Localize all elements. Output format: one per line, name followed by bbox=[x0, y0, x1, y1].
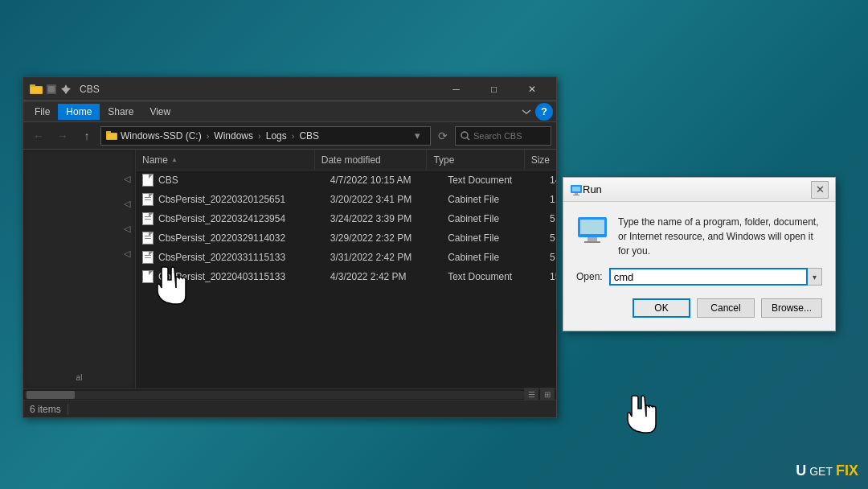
file-date-cell: 3/24/2022 3:39 PM bbox=[324, 213, 441, 224]
search-icon bbox=[461, 131, 470, 141]
sort-arrow: ▲ bbox=[171, 156, 178, 163]
table-row[interactable]: CbsPersist_20220324123954 3/24/2022 3:39… bbox=[136, 209, 556, 228]
scroll-track[interactable] bbox=[25, 391, 524, 399]
run-input[interactable] bbox=[609, 268, 808, 286]
file-type-cell: Cabinet File bbox=[441, 252, 543, 263]
up-button[interactable]: ↑ bbox=[76, 125, 97, 146]
file-size-cell: 14,2 bbox=[543, 175, 556, 186]
sidebar: ◁ ◁ ◁ ◁ al bbox=[23, 150, 136, 388]
scroll-bar-area: ☰ ⊞ bbox=[23, 388, 556, 400]
run-cancel-button[interactable]: Cancel bbox=[697, 298, 755, 318]
file-size-cell: 1,4 bbox=[543, 194, 556, 205]
col-header-date[interactable]: Date modified bbox=[315, 150, 428, 170]
status-divider bbox=[68, 404, 68, 415]
run-ok-button[interactable]: OK bbox=[633, 298, 690, 318]
run-description: Type the name of a program, folder, docu… bbox=[618, 215, 822, 258]
svg-rect-12 bbox=[575, 193, 578, 195]
run-title-text: Run bbox=[583, 183, 811, 195]
file-size-cell: 5 bbox=[543, 232, 556, 244]
pin-icon bbox=[60, 84, 72, 95]
file-type-cell: Cabinet File bbox=[441, 213, 543, 224]
run-computer-icon bbox=[576, 215, 608, 247]
watermark-get: GET bbox=[809, 465, 833, 478]
run-dropdown-button[interactable]: ▾ bbox=[808, 268, 822, 286]
help-button[interactable]: ? bbox=[535, 103, 553, 121]
table-row[interactable]: CbsPersist_20220403115133 4/3/2022 2:42 … bbox=[136, 267, 556, 286]
svg-rect-7 bbox=[107, 134, 117, 139]
search-box[interactable] bbox=[455, 126, 551, 146]
svg-rect-17 bbox=[584, 241, 600, 243]
back-button[interactable]: ← bbox=[28, 125, 49, 146]
file-size-cell: 5 bbox=[543, 252, 556, 263]
run-close-button[interactable]: ✕ bbox=[811, 181, 829, 199]
doc-icon bbox=[142, 174, 154, 187]
cab-icon bbox=[142, 212, 154, 225]
cab-icon bbox=[142, 232, 154, 244]
table-row[interactable]: CBS 4/7/2022 10:15 AM Text Document 14,2 bbox=[136, 171, 556, 190]
address-bar[interactable]: Windows-SSD (C:) › Windows › Logs › CBS … bbox=[100, 126, 431, 146]
svg-rect-2 bbox=[31, 87, 42, 93]
file-name-cell: CbsPersist_20220329114032 bbox=[136, 232, 324, 244]
svg-line-9 bbox=[467, 138, 469, 140]
window-controls: ─ □ ✕ bbox=[438, 80, 550, 98]
run-title-icon bbox=[570, 183, 583, 196]
toolbar: ← → ↑ Windows-SSD (C:) › Windows › Logs … bbox=[23, 122, 556, 150]
file-date-cell: 3/29/2022 2:32 PM bbox=[324, 232, 441, 244]
svg-rect-15 bbox=[580, 220, 604, 234]
refresh-button[interactable]: ⟳ bbox=[434, 127, 452, 145]
table-row[interactable]: CbsPersist_20220329114032 3/29/2022 2:32… bbox=[136, 228, 556, 248]
file-name-cell: CbsPersist_20220320125651 bbox=[136, 193, 324, 206]
menu-home[interactable]: Home bbox=[58, 104, 100, 120]
file-name: CbsPersist_20220331115133 bbox=[158, 252, 285, 263]
file-name: CbsPersist_20220403115133 bbox=[158, 271, 285, 282]
sidebar-label: al bbox=[76, 373, 83, 382]
status-bar: 6 items bbox=[23, 400, 556, 417]
col-header-size[interactable]: Size bbox=[525, 150, 556, 170]
table-row[interactable]: CbsPersist_20220331115133 3/31/2022 2:42… bbox=[136, 248, 556, 267]
scroll-thumb[interactable] bbox=[27, 391, 75, 399]
file-name: CbsPersist_20220324123954 bbox=[158, 213, 285, 224]
file-name-cell: CbsPersist_20220331115133 bbox=[136, 251, 324, 264]
search-input[interactable] bbox=[473, 131, 538, 141]
file-size-cell: 5 bbox=[543, 213, 556, 224]
address-windows: Windows bbox=[214, 130, 253, 142]
run-info: Type the name of a program, folder, docu… bbox=[576, 215, 822, 258]
run-body: Type the name of a program, folder, docu… bbox=[563, 202, 835, 331]
file-date-cell: 3/31/2022 2:42 PM bbox=[324, 252, 441, 263]
file-list: CBS 4/7/2022 10:15 AM Text Document 14,2… bbox=[136, 171, 556, 388]
menu-share[interactable]: Share bbox=[100, 104, 141, 120]
file-date-cell: 4/7/2022 10:15 AM bbox=[324, 175, 441, 186]
sidebar-pins: ◁ ◁ ◁ ◁ bbox=[124, 174, 130, 259]
forward-button[interactable]: → bbox=[52, 125, 73, 146]
address-dropdown-button[interactable]: ▾ bbox=[409, 128, 425, 144]
run-open-row: Open: ▾ bbox=[576, 268, 822, 286]
explorer-body: ◁ ◁ ◁ ◁ al Name ▲ Date modified Type bbox=[23, 150, 556, 388]
main-content: Name ▲ Date modified Type Size bbox=[136, 150, 556, 388]
file-type-cell: Cabinet File bbox=[441, 194, 543, 205]
col-header-type[interactable]: Type bbox=[427, 150, 524, 170]
window-title: CBS bbox=[80, 84, 433, 95]
maximize-button[interactable]: □ bbox=[476, 80, 512, 98]
run-browse-button[interactable]: Browse... bbox=[761, 298, 822, 318]
menu-view[interactable]: View bbox=[141, 104, 178, 120]
minimize-button[interactable]: ─ bbox=[438, 80, 474, 98]
file-name: CbsPersist_20220320125651 bbox=[158, 194, 285, 205]
cab-icon bbox=[142, 251, 154, 264]
sidebar-content bbox=[23, 150, 135, 388]
watermark-u: U bbox=[796, 462, 806, 479]
menu-file[interactable]: File bbox=[27, 104, 58, 120]
doc-icon bbox=[142, 270, 154, 283]
file-name-cell: CBS bbox=[136, 174, 324, 187]
expand-ribbon-icon[interactable] bbox=[521, 106, 532, 117]
menu-bar: File Home Share View ? bbox=[23, 101, 556, 122]
run-title-bar: Run ✕ bbox=[563, 178, 835, 202]
col-header-name[interactable]: Name ▲ bbox=[136, 150, 315, 170]
file-name-cell: CbsPersist_20220403115133 bbox=[136, 270, 324, 283]
svg-rect-11 bbox=[572, 187, 580, 191]
address-cbs: CBS bbox=[299, 130, 319, 142]
address-folder-icon bbox=[106, 130, 117, 142]
run-dialog: Run ✕ Type the name of a program, folder… bbox=[563, 177, 836, 331]
close-button[interactable]: ✕ bbox=[514, 80, 550, 98]
table-row[interactable]: CbsPersist_20220320125651 3/20/2022 3:41… bbox=[136, 190, 556, 209]
address-logs: Logs bbox=[266, 130, 287, 142]
